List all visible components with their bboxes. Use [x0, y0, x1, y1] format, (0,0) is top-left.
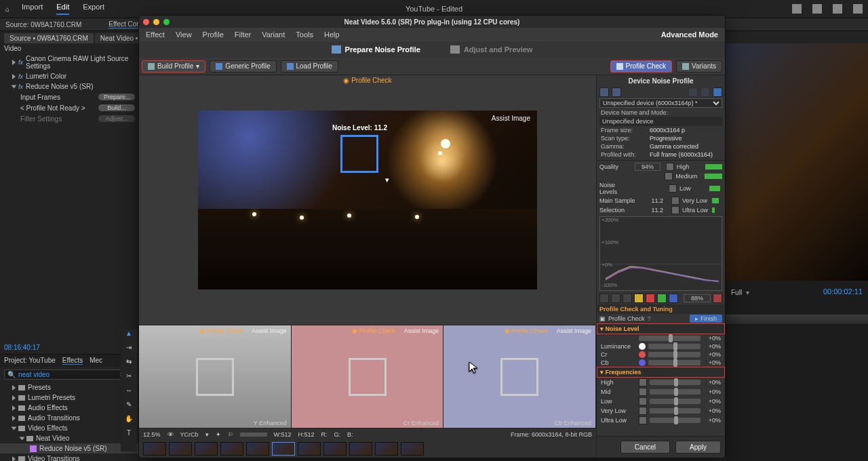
folder-audio-trans[interactable]: Audio Transitions [0, 413, 140, 423]
reset-icon[interactable] [713, 294, 722, 303]
variants-button[interactable]: Variants [676, 60, 722, 73]
menu-filter[interactable]: Filter [235, 31, 251, 39]
help-icon[interactable]: ? [648, 315, 651, 322]
menu-tools[interactable]: Tools [296, 31, 313, 39]
disk-icon[interactable] [599, 87, 609, 97]
selection-tool-icon[interactable]: ▲ [125, 329, 132, 337]
thumb[interactable] [246, 442, 269, 456]
close-icon[interactable] [143, 19, 149, 25]
tab-media[interactable]: Mec [90, 357, 102, 365]
thumb[interactable] [349, 442, 372, 456]
load-profile-button[interactable]: Load Profile [281, 60, 338, 73]
cb-channel-toggle[interactable] [669, 294, 678, 303]
menu-variant[interactable]: Variant [262, 31, 285, 39]
noise-level-header[interactable]: ▾ Noise Level [597, 323, 725, 334]
thumb[interactable] [323, 442, 347, 456]
folder-neat-video[interactable]: Neat Video [0, 433, 140, 443]
thumb-selected[interactable] [272, 442, 295, 456]
cancel-button[interactable]: Cancel [620, 441, 670, 454]
menu-profile[interactable]: Profile [203, 31, 224, 39]
tab-project[interactable]: Project: YouTube [4, 357, 56, 365]
pane-cr[interactable]: ◉ Profile Check Assist Image Cr Enhanced [292, 325, 444, 428]
prepare-button[interactable]: Prepare... [98, 93, 136, 101]
thumb[interactable] [298, 442, 321, 456]
fx-lumetri[interactable]: fxLumetri Color [0, 71, 140, 81]
sample-handle-icon[interactable]: ▾ [385, 176, 389, 184]
fx-input-frames[interactable]: Input FramesPrepare... [0, 92, 140, 102]
minimize-icon[interactable] [153, 19, 159, 25]
sample-box-cb[interactable] [500, 358, 538, 396]
pane-cb[interactable]: ◉ Profile Check Assist Image Cb Enhanced [443, 325, 596, 428]
video-group[interactable]: Video [0, 43, 140, 54]
eye-icon[interactable]: 👁 [167, 431, 174, 438]
menu-view[interactable]: View [176, 31, 192, 39]
fx-canon[interactable]: fxCanon Cinema RAW Light Source Settings [0, 54, 140, 71]
grid-icon[interactable] [599, 294, 609, 303]
home-icon[interactable]: ⌂ [5, 5, 9, 13]
menu-import[interactable]: Import [22, 3, 43, 15]
freq-low-slider[interactable] [650, 399, 701, 404]
track-select-icon[interactable]: ⇥ [126, 344, 132, 351]
apply-button[interactable]: Apply [675, 441, 721, 454]
thumb[interactable] [220, 442, 243, 456]
freq-high-slider[interactable] [650, 380, 701, 385]
sample-box-cr[interactable] [349, 358, 387, 396]
fx-profile-status[interactable]: < Profile Not Ready >Build... [0, 102, 140, 113]
profile-check-button[interactable]: Profile Check [610, 60, 672, 73]
menu-effect[interactable]: Effect [146, 31, 165, 39]
gear-icon[interactable]: ✦ [216, 431, 221, 438]
main-viewer[interactable]: ◉ Profile Check Assist Image Noise Level… [139, 75, 596, 325]
build-button[interactable]: Build... [98, 104, 136, 112]
thumb[interactable] [169, 442, 192, 456]
folder-icon[interactable] [612, 87, 621, 97]
freq-vlow-slider[interactable] [650, 408, 701, 414]
thumb[interactable] [375, 442, 398, 456]
graph-zoom[interactable]: 88% [684, 294, 711, 302]
zoom-value[interactable]: 12.5% [143, 431, 161, 438]
workspace-icon[interactable] [792, 4, 802, 14]
folder-audio-fx[interactable]: Audio Effects [0, 403, 140, 413]
fit-dropdown[interactable]: Full [731, 289, 742, 296]
generic-profile-button[interactable]: Generic Profile [210, 60, 276, 73]
share-icon[interactable] [812, 4, 822, 14]
tab-effects[interactable]: Effects [62, 357, 83, 365]
sample-box-y[interactable] [196, 358, 234, 396]
timecode[interactable]: 08:16:40:17 [0, 341, 140, 354]
tab-prepare-profile[interactable]: Prepare Noise Profile [325, 43, 427, 56]
pane-y[interactable]: ◉ Profile Check Assist Image Y Enhanced [139, 325, 292, 428]
type-icon[interactable]: T [127, 429, 131, 437]
fullscreen-icon[interactable] [853, 4, 863, 14]
profile-check-checkbox[interactable]: ▣ [599, 315, 606, 322]
build-profile-button[interactable]: Build Profile ▾ [142, 60, 205, 73]
cb-slider[interactable] [648, 360, 701, 365]
device-name[interactable]: Unspecified device [602, 118, 654, 125]
cr-slider[interactable] [648, 352, 701, 357]
folder-presets[interactable]: Presets [0, 382, 140, 393]
luminance-slider[interactable] [648, 344, 701, 349]
y-channel-toggle[interactable] [634, 294, 644, 303]
folder-video-trans[interactable]: Video Transitions [0, 454, 140, 461]
main-image[interactable]: Assist Image Noise Level: 11.2 ▾ [198, 111, 537, 289]
g-channel-toggle[interactable] [657, 294, 667, 303]
mini-slider[interactable] [240, 433, 267, 437]
cr-channel-toggle[interactable] [646, 294, 655, 303]
freq-mid-slider[interactable] [650, 389, 701, 395]
noise-level-slider[interactable] [639, 336, 701, 341]
flag-icon[interactable]: ⚐ [228, 431, 233, 438]
thumb[interactable] [195, 442, 218, 456]
fx-reduce-noise[interactable]: fxReduce Noise v5 (SR) [0, 81, 140, 92]
folder-video-fx[interactable]: Video Effects [0, 423, 140, 433]
search-input[interactable] [18, 371, 79, 378]
pen-icon[interactable]: ✎ [126, 401, 132, 408]
freq-ulow-slider[interactable] [650, 418, 701, 423]
plugin-titlebar[interactable]: Neat Video 5.6.0 (SR) Pro plug-in (using… [139, 16, 725, 28]
menu-export[interactable]: Export [83, 3, 104, 15]
effect-reduce-noise[interactable]: Reduce Noise v5 (SR) [0, 443, 140, 454]
effects-search[interactable]: 🔍 × ▣ [4, 369, 136, 380]
thumb[interactable] [143, 442, 166, 456]
menu-help[interactable]: Help [324, 31, 340, 39]
hand-icon[interactable]: ✋ [125, 415, 133, 422]
lock-icon[interactable] [623, 294, 632, 303]
color-mode[interactable]: YCrCb [180, 431, 199, 438]
tab-source-clip[interactable]: Source • 0W8A1760.CRM [4, 33, 94, 43]
